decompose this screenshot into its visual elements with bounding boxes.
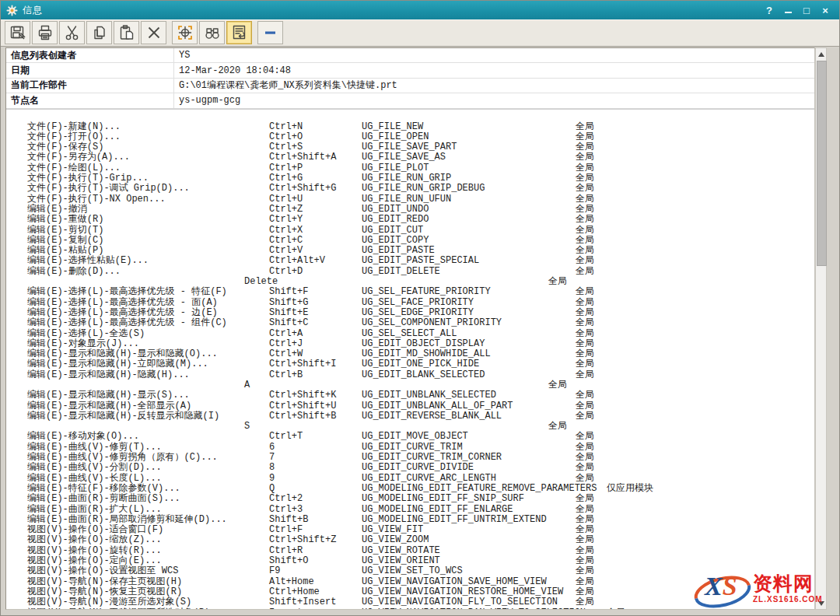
action-name: UG_EDIT_CURVE_DIVIDE (362, 463, 474, 473)
header-table-row: 当前工作部件G:\01编程课程\龚老师_NX系列资料集\快捷键.prt (6, 79, 814, 93)
list-options-button[interactable] (226, 21, 252, 44)
shortcut-key: Shift+F (269, 287, 308, 297)
save-button[interactable] (5, 21, 30, 44)
action-name: UG_EDIT_UNDO (362, 205, 429, 215)
scope: 全局 (576, 546, 594, 556)
menu-path: 编辑(E)-剪切(T) (27, 226, 103, 236)
collapse-button[interactable] (257, 21, 283, 44)
paste-button[interactable] (114, 21, 139, 44)
delete-button[interactable] (141, 21, 166, 44)
action-name: UG_MODELING_EDIT_FEATURE_REMOVE_PARAMETE… (362, 484, 597, 494)
watermark-logo: XS (705, 573, 737, 600)
scope: 全局 (576, 256, 594, 266)
shortcut-key: Shift+E (269, 308, 308, 318)
action-name: UG_EDIT_REVERSE_BLANK_ALL (362, 411, 502, 422)
action-name: UG_FILE_RUN_GRIP (362, 173, 451, 184)
scroll-up-arrow[interactable] (816, 48, 826, 60)
shortcut-row: 文件(F)-新建(N)...Ctrl+NUG_FILE_NEW全局 (6, 122, 814, 132)
scope: 全局 (576, 432, 594, 442)
shortcut-key: Ctrl+J (269, 339, 303, 349)
scope: 全局 (576, 142, 594, 152)
copy-button[interactable] (86, 21, 112, 44)
scope: 全局 (576, 494, 594, 504)
scope: 全局 (576, 308, 594, 318)
shortcut-row: 编辑(E)-移动对象(O)...Ctrl+TUG_EDIT_MOVE_OBJEC… (6, 432, 814, 442)
info-content: 信息列表创建者YS日期12-Mar-2020 18:04:48当前工作部件G:\… (5, 47, 815, 610)
shortcut-key: 8 (269, 463, 275, 473)
scope: 仅应用模块 (607, 484, 653, 494)
shortcut-key: Ctrl+T (269, 432, 303, 442)
shortcut-row: 编辑(E)-显示和隐藏(H)-全部显示(A)Ctrl+Shift+UUG_EDI… (6, 401, 814, 411)
header-label: 日期 (6, 63, 174, 77)
menu-path: 视图(V)-导航(N)-平移视图至所选对象(P) (27, 608, 210, 610)
locate-icon (176, 23, 194, 42)
shortcut-key: Ctrl+O (269, 132, 303, 142)
locate-button[interactable] (172, 21, 198, 44)
shortcut-key: 7 (269, 453, 275, 463)
action-name: UG_EDIT_UNBLANK_SELECTED (362, 390, 496, 401)
shortcut-row: 视图(V)-操作(O)-缩放(Z)...Ctrl+Shift+ZUG_VIEW_… (6, 535, 814, 545)
menu-path: 编辑(E)-显示和隐藏(H)-隐藏(H)... (27, 370, 190, 380)
header-value: G:\01编程课程\龚老师_NX系列资料集\快捷键.prt (174, 79, 397, 92)
action-name: UG_MODELING_EDIT_FF_ENLARGE (362, 505, 513, 515)
menu-path: 编辑(E)-显示和隐藏(H)-反转显示和隐藏(I) (27, 411, 219, 422)
copy-icon (90, 23, 109, 42)
header-label: 信息列表创建者 (6, 48, 174, 62)
shortcut-row: 文件(F)-打开(O)...Ctrl+OUG_FILE_OPEN全局 (6, 132, 814, 142)
scope: 全局 (576, 359, 594, 369)
scope: 全局 (576, 515, 594, 525)
shortcut-row: 编辑(E)-撤消Ctrl+ZUG_EDIT_UNDO全局 (6, 205, 814, 215)
vertical-scrollbar[interactable] (815, 47, 827, 610)
collapse-icon (261, 23, 280, 42)
menu-path: 视图(V)-导航(N)-保存主页视图(H) (27, 577, 182, 587)
delete-icon (145, 23, 163, 42)
shortcut-key: Shift+Insert (269, 597, 336, 607)
shortcut-key: Ctrl+Shift+U (269, 401, 336, 411)
shortcut-key: Ctrl+Shift+A (269, 152, 336, 163)
maximize-button[interactable]: □ (799, 3, 814, 17)
action-name: UG_EDIT_REDO (362, 215, 429, 225)
shortcut-listing: 文件(F)-新建(N)...Ctrl+NUG_FILE_NEW全局文件(F)-打… (6, 122, 814, 610)
scope: 全局 (576, 318, 594, 328)
watermark-site-name: 资料网 (753, 573, 823, 593)
action-name: UG_EDIT_ONE_PICK_HIDE (362, 359, 479, 369)
scope: 全局 (576, 173, 594, 184)
action-name: UG_EDIT_DELETE (362, 267, 440, 277)
shortcut-key: F9 (269, 566, 280, 576)
shortcut-key: Q (269, 484, 275, 494)
minimize-button[interactable] (780, 3, 796, 17)
shortcut-key: Ctrl+W (269, 349, 303, 359)
cut-button[interactable] (59, 21, 85, 44)
menu-path: 编辑(E)-曲线(V)-分割(D)... (27, 463, 162, 473)
action-name: UG_EDIT_CURVE_TRIM_CORNER (362, 453, 502, 463)
shortcut-key: Delete (244, 277, 278, 287)
shortcut-key: Ctrl+X (269, 226, 303, 236)
action-name: UG_EDIT_CURVE_ARC_LENGTH (362, 474, 496, 484)
menu-path: 编辑(E)-移动对象(O)... (27, 432, 139, 442)
help-button[interactable]: ? (761, 3, 777, 17)
menu-path: 文件(F)-绘图(L)... (27, 163, 121, 173)
action-name: UG_VIEW_NAVIGATION_SAVE_HOME_VIEW (362, 577, 547, 587)
shortcut-key: Ctrl+Shift+Z (269, 535, 336, 545)
action-name: UG_MODELING_EDIT_FF_SNIP_SURF (362, 494, 524, 504)
print-button[interactable] (32, 21, 58, 44)
save-icon (9, 23, 27, 42)
find-button[interactable] (199, 21, 225, 44)
action-name: UG_SEL_SELECT_ALL (362, 329, 457, 339)
menu-path: 编辑(E)-曲线(V)-长度(L)... (27, 474, 162, 484)
close-button[interactable]: × (817, 3, 833, 17)
shortcut-key: Shift+G (269, 298, 308, 308)
menu-path: 编辑(E)-选择(L)-全选(S) (27, 329, 145, 339)
scope: 全局 (548, 422, 567, 432)
action-name: UG_FILE_PLOT (362, 163, 429, 173)
action-name: UG_FILE_OPEN (362, 132, 429, 142)
shortcut-key: Ctrl+Z (269, 205, 303, 215)
shortcut-row: 编辑(E)-重做(R)Ctrl+YUG_EDIT_REDO全局 (6, 215, 814, 225)
scrollbar-thumb[interactable] (817, 61, 827, 266)
menu-path: 视图(V)-操作(O)-定向(E)... (27, 556, 162, 566)
shortcut-key: Ctrl+S (269, 142, 303, 152)
scope: 全局 (576, 474, 594, 484)
shortcut-row: 文件(F)-绘图(L)...Ctrl+PUG_FILE_PLOT全局 (6, 163, 814, 173)
shortcut-row: 编辑(E)-删除(D)...Ctrl+DUG_EDIT_DELETE全局 (6, 267, 814, 277)
action-name: UG_SEL_EDGE_PRIORITY (362, 308, 474, 318)
